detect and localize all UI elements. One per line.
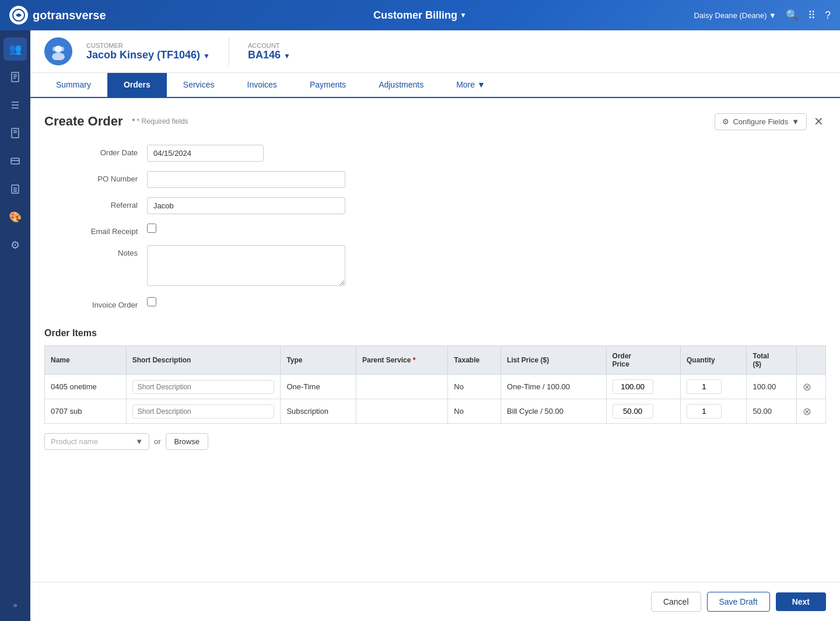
order-date-label: Order Date — [44, 145, 138, 157]
row2-remove: ⊗ — [796, 399, 825, 424]
row1-total: 100.00 — [747, 375, 796, 399]
order-items-table: Name Short Description Type Parent Servi… — [44, 346, 826, 424]
row1-quantity — [681, 375, 747, 399]
sidebar-item-list[interactable] — [4, 93, 27, 117]
sidebar-item-settings[interactable]: ⚙ — [4, 233, 27, 257]
table-row: 0707 sub Subscription No Bill Cycle / 50… — [45, 399, 826, 424]
order-actions: ⚙ Configure Fields ▼ ✕ — [715, 112, 826, 131]
referral-label: Referral — [44, 197, 138, 210]
row1-quantity-input[interactable] — [687, 379, 722, 394]
customer-avatar — [44, 37, 72, 65]
apps-icon[interactable]: ⠿ — [808, 9, 816, 22]
add-product-row: Product name ▼ or Browse — [44, 433, 826, 450]
header-divider — [229, 37, 229, 65]
email-receipt-control — [147, 224, 453, 235]
row1-short-desc-input[interactable] — [132, 380, 275, 394]
row2-quantity-input[interactable] — [687, 404, 722, 418]
email-receipt-checkbox[interactable] — [147, 224, 156, 233]
invoice-order-checkbox[interactable] — [147, 297, 156, 306]
order-date-input[interactable] — [147, 145, 264, 162]
top-navigation: gotransverse Customer Billing ▼ Daisy De… — [0, 0, 840, 30]
account-dropdown-arrow: ▼ — [284, 52, 290, 60]
user-menu[interactable]: Daisy Deane (Deane) ▼ — [694, 11, 776, 20]
col-action — [796, 346, 825, 375]
row2-short-desc-input[interactable] — [132, 404, 275, 418]
table-header-row: Name Short Description Type Parent Servi… — [45, 346, 826, 375]
close-button[interactable]: ✕ — [811, 112, 826, 131]
next-button[interactable]: Next — [776, 592, 826, 611]
tab-orders[interactable]: Orders — [107, 73, 167, 98]
tab-services[interactable]: Services — [167, 73, 231, 98]
col-taxable: Taxable — [448, 346, 501, 375]
order-items-section: Order Items Name Short Description Type … — [44, 328, 826, 450]
account-label: ACCOUNT — [248, 42, 290, 49]
product-dropdown-arrow: ▼ — [135, 437, 143, 446]
main-layout: 👥 🎨 ⚙ » — [0, 30, 840, 621]
save-draft-button[interactable]: Save Draft — [707, 592, 770, 612]
referral-input[interactable] — [147, 197, 345, 214]
sidebar-item-people[interactable]: 👥 — [4, 37, 27, 61]
email-receipt-row: Email Receipt — [44, 224, 453, 236]
row2-order-price-input[interactable] — [612, 404, 653, 418]
required-note: * * Required fields — [132, 117, 188, 125]
col-parent-service: Parent Service * — [356, 346, 447, 375]
cancel-button[interactable]: Cancel — [651, 592, 701, 612]
email-receipt-label: Email Receipt — [44, 224, 138, 236]
row1-order-price — [606, 375, 680, 399]
search-icon[interactable]: 🔍 — [786, 9, 799, 22]
svg-rect-1 — [12, 72, 19, 82]
tab-adjustments[interactable]: Adjustments — [362, 73, 440, 98]
tab-summary[interactable]: Summary — [40, 73, 107, 98]
logo-text: gotransverse — [33, 9, 106, 22]
notes-control — [147, 245, 453, 288]
order-title-area: Create Order * * Required fields — [44, 114, 188, 129]
browse-button[interactable]: Browse — [166, 433, 208, 450]
customer-name[interactable]: Jacob Kinsey (TF1046) ▼ — [86, 49, 210, 61]
customer-label: CUSTOMER — [86, 42, 210, 49]
sidebar-item-card[interactable] — [4, 149, 27, 173]
row2-total: 50.00 — [747, 399, 796, 424]
notes-label: Notes — [44, 245, 138, 257]
tab-payments[interactable]: Payments — [293, 73, 362, 98]
row1-parent-service — [356, 375, 447, 399]
po-number-input[interactable] — [147, 171, 345, 188]
sidebar-item-docs[interactable] — [4, 65, 27, 89]
tabs: Summary Orders Services Invoices Payment… — [30, 73, 840, 98]
logo[interactable]: gotransverse — [9, 6, 106, 25]
row2-short-desc — [126, 399, 281, 424]
order-header: Create Order * * Required fields ⚙ Confi… — [44, 112, 826, 131]
tab-invoices[interactable]: Invoices — [231, 73, 293, 98]
sidebar-item-file[interactable] — [4, 121, 27, 145]
row1-list-price: One-Time / 100.00 — [501, 375, 607, 399]
notes-row: Notes — [44, 245, 453, 288]
col-order-price: OrderPrice — [606, 346, 680, 375]
po-number-row: PO Number — [44, 171, 453, 188]
row1-remove-button[interactable]: ⊗ — [803, 381, 811, 393]
svg-rect-8 — [12, 128, 19, 138]
col-quantity: Quantity — [681, 346, 747, 375]
account-name[interactable]: BA146 ▼ — [248, 49, 290, 61]
sidebar-item-calc[interactable] — [4, 177, 27, 201]
row1-taxable: No — [448, 375, 501, 399]
footer-actions: Cancel Save Draft Next — [30, 582, 840, 621]
configure-fields-button[interactable]: ⚙ Configure Fields ▼ — [715, 113, 807, 130]
po-number-label: PO Number — [44, 171, 138, 183]
svg-point-18 — [52, 53, 65, 60]
product-name-dropdown[interactable]: Product name ▼ — [44, 433, 149, 450]
tab-more[interactable]: More ▼ — [440, 73, 502, 98]
row2-remove-button[interactable]: ⊗ — [803, 405, 811, 418]
po-number-control — [147, 171, 453, 188]
sidebar-item-palette[interactable]: 🎨 — [4, 205, 27, 229]
row1-type: One-Time — [281, 375, 356, 399]
row1-order-price-input[interactable] — [612, 379, 653, 394]
notes-input[interactable] — [147, 245, 345, 286]
row2-list-price: Bill Cycle / 50.00 — [501, 399, 607, 424]
row1-remove: ⊗ — [796, 375, 825, 399]
col-list-price: List Price ($) — [501, 346, 607, 375]
help-icon[interactable]: ? — [825, 9, 831, 22]
row2-type: Subscription — [281, 399, 356, 424]
row2-order-price — [606, 399, 680, 424]
or-label: or — [154, 437, 161, 446]
customer-info: CUSTOMER Jacob Kinsey (TF1046) ▼ — [86, 42, 210, 61]
sidebar-expand[interactable]: » — [9, 596, 22, 614]
